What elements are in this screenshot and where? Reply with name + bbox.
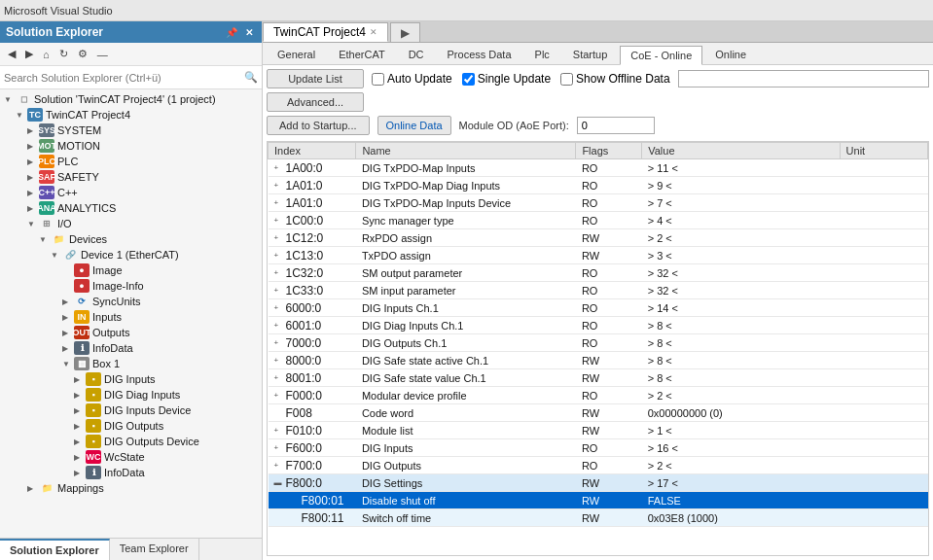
- tree-item-digdiaginputs[interactable]: ▶▪DIG Diag Inputs: [0, 387, 262, 402]
- expand-arrow-icon[interactable]: ▶: [62, 313, 74, 322]
- tree-item-wcstate[interactable]: ▶WCWcState: [0, 449, 262, 465]
- table-row[interactable]: +1C12:0RxPDO assignRW> 2 <: [269, 229, 928, 247]
- table-scroll-wrapper[interactable]: Index Name Flags Value Unit +1A00:0DIG T…: [268, 142, 928, 555]
- expand-arrow-icon[interactable]: ▼: [4, 95, 16, 104]
- expand-arrow-icon[interactable]: ▶: [74, 422, 86, 431]
- se-bottom-tab-team[interactable]: Team Explorer: [110, 539, 199, 560]
- tree-item-infodata[interactable]: ▶ℹInfoData: [0, 340, 262, 356]
- auto-update-checkbox[interactable]: [372, 73, 384, 86]
- expand-arrow-icon[interactable]: ▶: [74, 469, 86, 477]
- close-icon[interactable]: ✕: [242, 26, 256, 39]
- advanced-button[interactable]: Advanced...: [267, 92, 364, 112]
- module-od-input[interactable]: [577, 117, 655, 134]
- table-row[interactable]: ▬F800:0DIG SettingsRW> 17 <: [269, 474, 928, 492]
- forward-button[interactable]: ▶: [21, 46, 37, 62]
- row-expand-icon[interactable]: +: [274, 286, 284, 295]
- tree-item-mappings[interactable]: ▶📁Mappings: [0, 480, 262, 496]
- expand-arrow-icon[interactable]: ▶: [62, 344, 74, 353]
- coe-large-input[interactable]: [678, 70, 929, 88]
- row-expand-icon[interactable]: +: [274, 321, 284, 330]
- tree-item-plc[interactable]: ▶PLCPLC: [0, 154, 262, 169]
- table-row[interactable]: +F700:0DIG OutputsRO> 2 <: [269, 457, 928, 474]
- expand-arrow-icon[interactable]: ▶: [74, 375, 86, 384]
- refresh-button[interactable]: ↻: [55, 46, 72, 62]
- table-row[interactable]: +8000:0DIG Safe state active Ch.1RW> 8 <: [269, 352, 928, 369]
- show-offline-checkbox[interactable]: [560, 73, 573, 86]
- row-expand-icon[interactable]: +: [274, 303, 284, 312]
- tree-item-cpp[interactable]: ▶C++C++: [0, 185, 262, 200]
- minus-button[interactable]: —: [93, 47, 112, 62]
- doc-tab-new[interactable]: ▶: [390, 22, 420, 42]
- table-row[interactable]: +1C00:0Sync manager typeRO> 4 <: [269, 212, 928, 229]
- tree-item-box1[interactable]: ▼▦Box 1: [0, 356, 262, 371]
- row-expand-icon[interactable]: +: [274, 443, 284, 452]
- prop-tab-ethercat[interactable]: EtherCAT: [328, 45, 395, 64]
- show-offline-checkbox-label[interactable]: Show Offline Data: [560, 72, 670, 86]
- prop-tab-general[interactable]: General: [267, 45, 326, 64]
- tree-item-imageinfo[interactable]: ●Image-Info: [0, 278, 262, 294]
- tree-item-motion[interactable]: ▶MOTMOTION: [0, 138, 262, 154]
- row-expand-icon[interactable]: +: [274, 338, 284, 347]
- tree-item-syncunits[interactable]: ▶⟳SyncUnits: [0, 294, 262, 309]
- row-expand-icon[interactable]: +: [274, 426, 284, 435]
- doc-tab-close-icon[interactable]: ✕: [370, 27, 377, 37]
- home-button[interactable]: ⌂: [39, 47, 54, 62]
- row-expand-icon[interactable]: +: [274, 356, 284, 365]
- tree-item-diginputs[interactable]: ▶▪DIG Inputs: [0, 371, 262, 387]
- prop-tab-dc[interactable]: DC: [398, 45, 435, 64]
- pin-icon[interactable]: 📌: [223, 26, 240, 39]
- expand-arrow-icon[interactable]: ▼: [62, 360, 74, 368]
- table-row[interactable]: +1C33:0SM input parameterRO> 32 <: [269, 282, 928, 299]
- expand-arrow-icon[interactable]: ▼: [16, 111, 27, 120]
- table-row[interactable]: +F010:0Module listRW> 1 <: [269, 422, 928, 439]
- prop-tab-processdata[interactable]: Process Data: [437, 45, 522, 64]
- tree-item-diginputsdevice[interactable]: ▶▪DIG Inputs Device: [0, 402, 262, 418]
- table-row[interactable]: +8001:0DIG Safe state value Ch.1RW> 8 <: [269, 369, 928, 387]
- row-expand-icon[interactable]: +: [274, 233, 284, 242]
- expand-arrow-icon[interactable]: ▶: [27, 189, 39, 197]
- row-expand-icon[interactable]: +: [274, 181, 284, 190]
- se-bottom-tab-solution[interactable]: Solution Explorer: [0, 539, 110, 560]
- auto-update-checkbox-label[interactable]: Auto Update: [372, 72, 452, 86]
- tree-item-project[interactable]: ▼TCTwinCAT Project4: [0, 107, 262, 122]
- tree-item-inputs[interactable]: ▶INInputs: [0, 309, 262, 325]
- doc-tab-project[interactable]: TwinCAT Project4 ✕: [263, 22, 388, 42]
- table-row[interactable]: +1A00:0DIG TxPDO-Map InputsRO> 11 <: [269, 159, 928, 177]
- expand-arrow-icon[interactable]: ▼: [39, 235, 51, 244]
- tree-item-digoutputsdevice[interactable]: ▶▪DIG Outputs Device: [0, 434, 262, 449]
- expand-arrow-icon[interactable]: ▶: [27, 484, 39, 493]
- table-row[interactable]: +1A01:0DIG TxPDO-Map Diag InputsRO> 9 <: [269, 177, 928, 194]
- expand-arrow-icon[interactable]: ▶: [74, 406, 86, 415]
- tree-item-image[interactable]: ●Image: [0, 262, 262, 278]
- table-row[interactable]: +1A01:0DIG TxPDO-Map Inputs DeviceRO> 7 …: [269, 194, 928, 212]
- tree-item-solution[interactable]: ▼◻Solution 'TwinCAT Project4' (1 project…: [0, 91, 262, 107]
- table-row[interactable]: F008Code wordRW0x00000000 (0): [269, 404, 928, 422]
- add-to-startup-button[interactable]: Add to Startup...: [267, 116, 370, 135]
- expand-arrow-icon[interactable]: ▶: [74, 438, 86, 446]
- single-update-checkbox-label[interactable]: Single Update: [462, 72, 551, 86]
- online-data-button[interactable]: Online Data: [377, 116, 451, 135]
- prop-tab-coe_online[interactable]: CoE - Online: [620, 46, 702, 65]
- expand-arrow-icon[interactable]: ▼: [27, 220, 39, 228]
- row-expand-icon[interactable]: +: [274, 216, 284, 225]
- expand-arrow-icon[interactable]: ▶: [62, 298, 74, 306]
- prop-tab-plc[interactable]: Plc: [524, 45, 560, 64]
- row-expand-icon[interactable]: +: [274, 251, 284, 260]
- row-expand-icon[interactable]: +: [274, 268, 284, 277]
- table-row[interactable]: +F600:0DIG InputsRO> 16 <: [269, 439, 928, 457]
- search-input[interactable]: [4, 72, 244, 84]
- single-update-checkbox[interactable]: [462, 73, 475, 86]
- table-row[interactable]: +F000:0Modular device profileRO> 2 <: [269, 387, 928, 404]
- table-row[interactable]: +7000:0DIG Outputs Ch.1RO> 8 <: [269, 334, 928, 352]
- back-button[interactable]: ◀: [4, 46, 19, 62]
- row-expand-icon[interactable]: +: [274, 198, 284, 207]
- prop-tab-startup[interactable]: Startup: [562, 45, 618, 64]
- properties-button[interactable]: ⚙: [74, 46, 91, 62]
- table-row[interactable]: +6001:0DIG Diag Inputs Ch.1RO> 8 <: [269, 317, 928, 334]
- tree-item-digoutputs[interactable]: ▶▪DIG Outputs: [0, 418, 262, 434]
- tree-item-system[interactable]: ▶SYSSYSTEM: [0, 122, 262, 138]
- table-row[interactable]: +1C13:0TxPDO assignRW> 3 <: [269, 247, 928, 264]
- update-list-button[interactable]: Update List: [267, 69, 364, 88]
- row-expand-icon[interactable]: +: [274, 391, 284, 400]
- prop-tab-online[interactable]: Online: [704, 45, 757, 64]
